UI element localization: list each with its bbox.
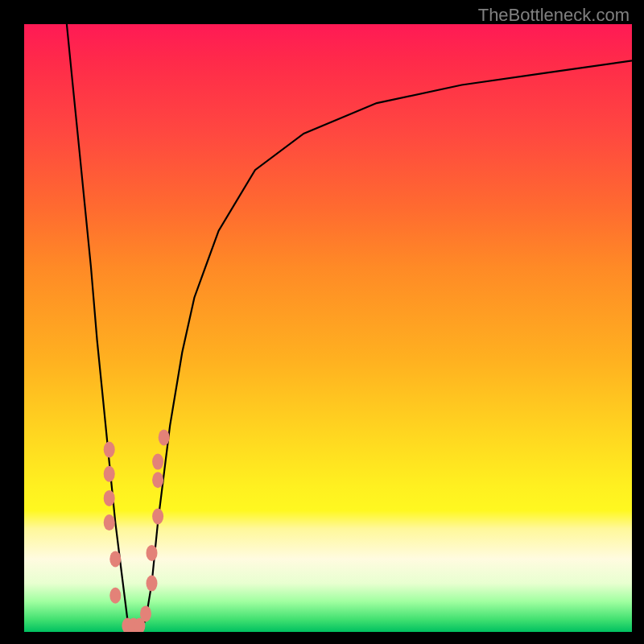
chart-frame: TheBottleneck.com bbox=[0, 0, 644, 644]
highlight-dot bbox=[152, 454, 163, 470]
highlight-dot bbox=[147, 576, 158, 592]
highlight-dot bbox=[104, 466, 115, 482]
highlight-dot bbox=[109, 588, 121, 604]
highlight-dot bbox=[104, 490, 115, 506]
attribution-text: TheBottleneck.com bbox=[478, 5, 630, 26]
highlight-dot bbox=[104, 514, 115, 530]
highlight-dot bbox=[109, 551, 121, 567]
highlight-dot bbox=[140, 605, 151, 621]
highlight-dot bbox=[152, 509, 163, 525]
highlight-dot bbox=[159, 429, 170, 445]
highlight-dots bbox=[24, 24, 632, 632]
highlight-dot bbox=[104, 442, 115, 458]
highlight-dot bbox=[152, 472, 163, 488]
highlight-dot bbox=[147, 545, 158, 561]
